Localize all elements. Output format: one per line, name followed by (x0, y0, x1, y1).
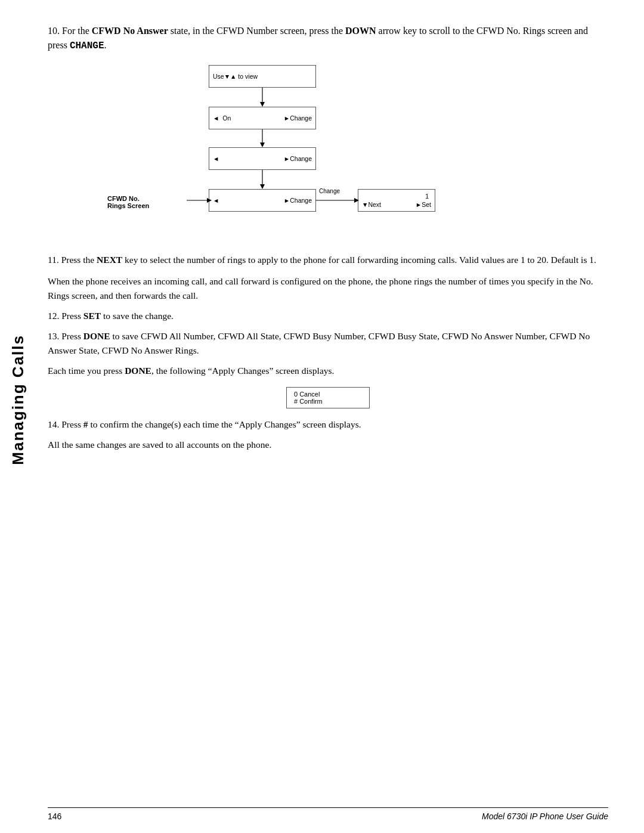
box5-next: ▼Next (362, 201, 381, 208)
box1-left: Use▼▲ to view (213, 73, 258, 80)
svg-marker-3 (260, 143, 265, 147)
box2-change: ►Change (284, 114, 312, 122)
diagram: Use▼▲ to view ◄ On ►Change ◄ ►Change (107, 65, 453, 238)
all-same-para: All the same changes are saved to all ac… (48, 438, 608, 452)
step-12-text: 12. Press SET to save the change. (48, 309, 608, 323)
box3-left: ◄ (213, 155, 219, 162)
cfwd-label-line2: Rings Screen (107, 202, 149, 209)
footer-page: 146 (48, 812, 61, 821)
box4-change: ►Change (284, 197, 312, 204)
page: Managing Calls 10. For the CFWD No Answe… (0, 0, 644, 833)
apply-line2: # Confirm (294, 398, 362, 405)
footer: 146 Model 6730i IP Phone User Guide (48, 807, 608, 821)
sidebar: Managing Calls (0, 0, 36, 799)
diagram-box-1: Use▼▲ to view (209, 65, 316, 88)
box2-left: ◄ On (213, 114, 231, 122)
apply-line1: 0 Cancel (294, 391, 362, 398)
diagram-box-3: ◄ ►Change (209, 147, 316, 170)
svg-marker-1 (260, 102, 265, 107)
box5-number: 1 (425, 193, 429, 200)
cfwd-label: CFWD No. Rings Screen (107, 195, 149, 209)
diagram-box-5: 1 ▼Next ►Set (358, 189, 435, 212)
svg-text:Change: Change (319, 188, 340, 194)
each-time-para: Each time you press DONE, the following … (48, 364, 608, 378)
apply-box: 0 Cancel # Confirm (286, 387, 370, 408)
footer-title: Model 6730i IP Phone User Guide (482, 812, 608, 821)
box4-left: ◄ (213, 197, 219, 204)
step-10-prefix: 10. For the CFWD No Answer state, in the… (48, 26, 588, 50)
step-11-para: When the phone receives an incoming call… (48, 274, 608, 303)
main-content: 10. For the CFWD No Answer state, in the… (48, 24, 608, 785)
step-14-text: 14. Press # to confirm the change(s) eac… (48, 417, 608, 432)
box3-change: ►Change (284, 155, 312, 162)
diagram-box-2: ◄ On ►Change (209, 107, 316, 129)
step-10-text: 10. For the CFWD No Answer state, in the… (48, 24, 608, 53)
diagram-box-4: ◄ ►Change (209, 189, 316, 212)
sidebar-text: Managing Calls (9, 335, 27, 465)
cfwd-label-line1: CFWD No. (107, 195, 149, 202)
step-13-text: 13. Press DONE to save CFWD All Number, … (48, 329, 608, 358)
apply-changes-diagram: 0 Cancel # Confirm (268, 387, 388, 408)
svg-marker-5 (260, 184, 265, 189)
box5-set: ►Set (416, 201, 431, 208)
step-11-text: 11. Press the NEXT key to select the num… (48, 253, 608, 267)
